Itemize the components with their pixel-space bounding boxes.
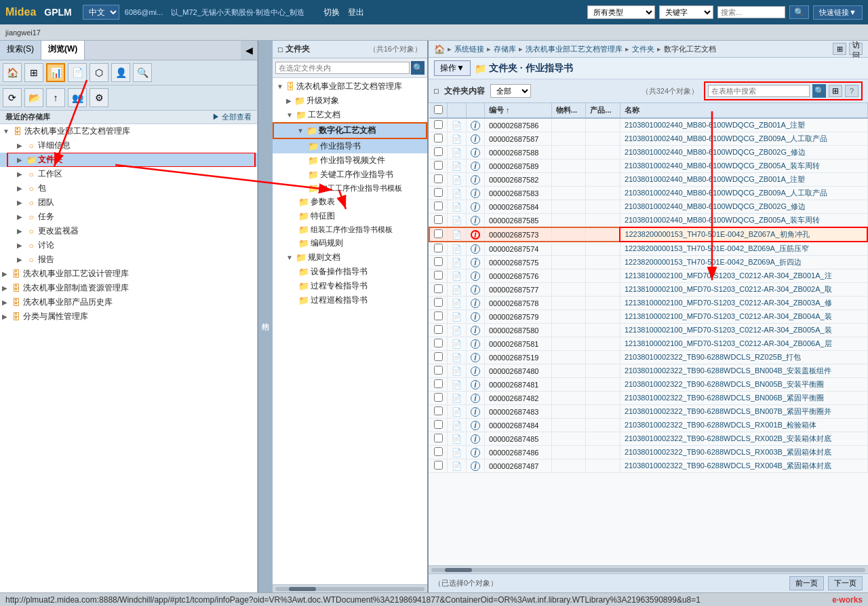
toggle-report[interactable]: ▶ — [15, 256, 24, 263]
row-info-icon[interactable]: i — [467, 269, 485, 283]
folder-item-device-manual[interactable]: 📁 设备操作指导书 — [273, 265, 427, 279]
row-checkbox[interactable] — [434, 406, 443, 415]
row-name[interactable]: 21038010002322_TB90-6288WDCLS_BN006B_紧固平… — [620, 392, 867, 405]
row-checkbox[interactable] — [434, 257, 443, 266]
folder-item-param-table[interactable]: 📁 参数表 — [273, 195, 427, 209]
row-checkbox[interactable] — [434, 379, 443, 388]
row-info-icon[interactable]: i — [467, 146, 485, 159]
row-checkbox[interactable] — [434, 147, 443, 156]
toggle-detail[interactable]: ▶ — [15, 142, 24, 149]
toolbar-page-btn[interactable]: 📄 — [68, 63, 87, 82]
row-name[interactable]: 12138100002100_MFD70-S1203_C0212-AR-304_… — [620, 297, 867, 310]
row-name[interactable]: 21038010002322_TB90-6288WDCLS_RX003B_紧固箱… — [620, 446, 867, 459]
row-name[interactable]: 21038010002440_MB80-6100WDQCG_ZB001A_注塑 — [620, 118, 867, 132]
tab-search[interactable]: 搜索(S) — [0, 41, 41, 60]
row-name[interactable]: 12138100002100_MFD70-S1203_C0212-AR-304_… — [620, 310, 867, 324]
toolbar-search-btn[interactable]: 🔍 — [133, 63, 152, 82]
tree-item-monitor[interactable]: ▶ ○ 更改监视器 — [0, 224, 257, 238]
folder-item-process-template[interactable]: 📁 加工工序作业指导书模板 — [273, 182, 427, 195]
folder-item-char-diagram[interactable]: 📁 特征图 — [273, 209, 427, 223]
row-info-icon[interactable]: i — [467, 310, 485, 324]
row-checkbox[interactable] — [434, 352, 443, 361]
row-info-icon[interactable]: i — [467, 242, 485, 256]
tab-browse[interactable]: 浏览(W) — [41, 41, 85, 60]
tree-item-file-folder[interactable]: ▶ 📁 文件夹 — [0, 153, 257, 167]
row-info-icon[interactable]: i — [467, 256, 485, 269]
row-name[interactable]: 21038010002440_MB80-6100WDQCG_ZB001A_注塑 — [620, 173, 867, 187]
col-product[interactable]: 产品... — [586, 103, 620, 118]
row-name[interactable]: 21038010002322_TB90-6288WDCLS_BN005B_安装平… — [620, 378, 867, 392]
folder-item-root[interactable]: ▼ 🗄 洗衣机事业部工艺文档管理库 — [273, 79, 427, 94]
sidebar-collapse-btn[interactable]: ◀ — [241, 41, 257, 60]
folder-item-video-files[interactable]: 📁 作业指导视频文件 — [273, 153, 427, 168]
col-number[interactable]: 编号 ↑ — [485, 103, 552, 118]
breadcrumb-folder[interactable]: 文件夹 — [632, 44, 654, 54]
row-checkbox[interactable] — [434, 161, 443, 170]
toolbar-chart-btn[interactable]: 📊 — [46, 63, 65, 82]
folder-item-regulation-docs[interactable]: ▼ 📁 规则文档 — [273, 250, 427, 265]
breadcrumb-wash-lib[interactable]: 洗衣机事业部工艺文档管理库 — [526, 44, 623, 54]
row-info-icon[interactable]: i — [467, 159, 485, 173]
row-info-icon[interactable]: i — [467, 459, 485, 473]
row-info-icon[interactable]: i — [467, 432, 485, 446]
col-name[interactable]: 名称 — [620, 103, 867, 118]
toolbar-btn-c[interactable]: ↑ — [46, 88, 65, 107]
row-info-icon[interactable]: i — [467, 446, 485, 459]
toggle-classify-mgr[interactable]: ▶ — [0, 313, 9, 320]
quick-link-button[interactable]: 快速链接▼ — [813, 5, 863, 20]
row-info-icon[interactable]: i — [467, 283, 485, 297]
row-name[interactable]: 12238200000153_TH70-501E-0042_BZ069A_折四边 — [620, 256, 867, 269]
search-input[interactable] — [717, 6, 785, 18]
folder-search-btn[interactable]: 🔍 — [411, 61, 425, 75]
toggle-monitor[interactable]: ▶ — [15, 227, 24, 235]
row-name[interactable]: 21038010002440_MB80-6100WDQCG_ZB009A_人工取… — [620, 132, 867, 146]
row-name[interactable]: 21038010002440_MB80-6100WDQCG_ZB002G_修边 — [620, 146, 867, 159]
toolbar-person-btn[interactable]: 👤 — [111, 63, 130, 82]
row-checkbox[interactable] — [434, 215, 443, 224]
tree-item-design-mgr[interactable]: ▶ 🗄 洗衣机事业部工艺设计管理库 — [0, 267, 257, 281]
search-key-select[interactable]: 关键字 — [659, 5, 713, 19]
breadcrumb-system-links[interactable]: 系统链接 — [454, 44, 484, 54]
toolbar-shapes-btn[interactable]: ⬡ — [90, 63, 108, 82]
language-select[interactable]: 中文 — [83, 5, 119, 20]
row-checkbox[interactable] — [434, 271, 443, 280]
toggle-wash-process[interactable]: ▼ — [1, 128, 11, 135]
home-breadcrumb-icon[interactable]: 🏠 — [434, 44, 445, 54]
row-name[interactable]: 21038010002322_TB90-6288WDCLS_RZ025B_打包 — [620, 351, 867, 364]
row-info-icon[interactable]: i — [467, 132, 485, 146]
tree-item-team[interactable]: ▶ ○ 团队 — [0, 195, 257, 210]
row-checkbox[interactable] — [434, 174, 443, 183]
toolbar-btn-d[interactable]: 👥 — [68, 88, 87, 107]
row-name[interactable]: 21038010002322_TB90-6288WDCLS_RX004B_紧固箱… — [620, 459, 867, 473]
toggle-bag[interactable]: ▶ — [15, 185, 24, 192]
toolbar-btn-a[interactable]: ⟳ — [3, 88, 22, 107]
toggle-discuss[interactable]: ▶ — [15, 242, 24, 249]
toggle-mfg-mgr[interactable]: ▶ — [0, 284, 9, 292]
tree-item-bag[interactable]: ▶ ○ 包 — [0, 181, 257, 195]
row-checkbox[interactable] — [434, 120, 443, 129]
row-checkbox[interactable] — [434, 447, 443, 456]
row-name[interactable]: 21038010002322_TB90-6288WDCLS_RX002B_安装箱… — [620, 432, 867, 446]
row-info-icon[interactable]: i — [467, 187, 485, 200]
folder-item-upgrade[interactable]: ▶ 📁 升级对象 — [273, 94, 427, 108]
row-checkbox[interactable] — [434, 461, 443, 470]
toggle-work-area[interactable]: ▶ — [15, 170, 24, 178]
breadcrumb-recent-btn[interactable]: 最近访问的▼ — [849, 43, 863, 55]
tree-item-detail-info[interactable]: ▶ ○ 详细信息 — [0, 138, 257, 153]
folder-item-assembly-template[interactable]: 📁 组装工序作业指导书模板 — [273, 223, 427, 236]
table-scrollbar-x[interactable] — [429, 565, 868, 573]
table-view-button[interactable]: ⊞ — [829, 85, 842, 97]
table-search-input[interactable] — [708, 85, 810, 97]
row-name[interactable]: 21038010002322_TB90-6288WDCLS_BN007B_紧固平… — [620, 405, 867, 419]
row-name[interactable]: 21038010002322_TB90-6288WDCLS_RX001B_检验箱… — [620, 419, 867, 432]
toolbar-btn-e[interactable]: ⚙ — [90, 88, 108, 107]
row-name[interactable]: 21038010002440_MB80-6100WDQCG_ZB002G_修边 — [620, 200, 867, 214]
row-checkbox[interactable] — [434, 229, 443, 238]
row-name[interactable]: 21038010002440_MB80-6100WDQCG_ZB005A_装车周… — [620, 214, 867, 228]
row-name[interactable]: 21038010002322_TB90-6288WDCLS_BN004B_安装盖… — [620, 364, 867, 378]
row-info-icon[interactable]: i — [467, 297, 485, 310]
row-checkbox[interactable] — [434, 134, 443, 143]
vertical-tab[interactable]: 结构 — [258, 41, 273, 592]
row-name[interactable]: 12238200000153_TH70-501E-0042_BZ067A_初角冲… — [620, 227, 867, 242]
row-checkbox[interactable] — [434, 434, 443, 442]
